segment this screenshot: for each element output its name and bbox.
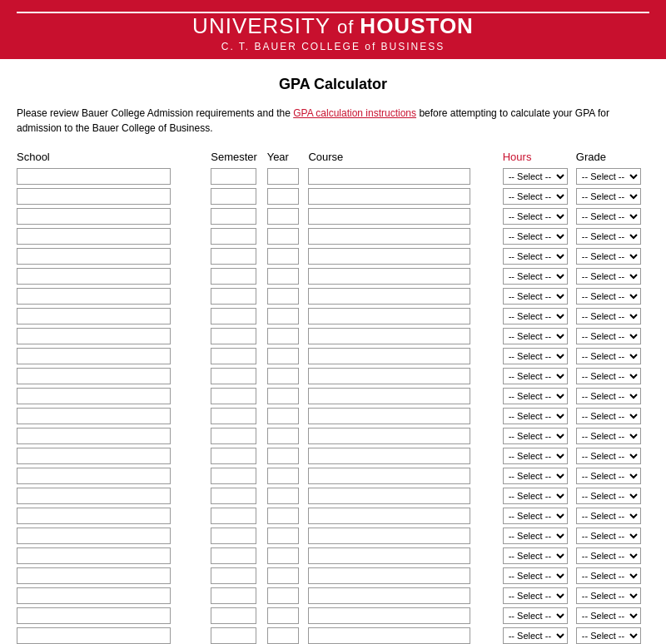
grade-select[interactable]: -- Select --AA-B+BB-C+CC-D+DD-FWI — [576, 288, 641, 305]
course-input[interactable] — [308, 607, 470, 624]
school-input[interactable] — [17, 288, 171, 305]
school-input[interactable] — [17, 368, 171, 384]
school-input[interactable] — [17, 208, 171, 225]
course-input[interactable] — [308, 468, 470, 484]
year-input[interactable] — [267, 228, 299, 245]
grade-select[interactable]: -- Select --AA-B+BB-C+CC-D+DD-FWI — [576, 208, 641, 225]
hours-select[interactable]: -- Select --123456 — [503, 448, 568, 464]
hours-select[interactable]: -- Select --123456 — [503, 308, 568, 324]
school-input[interactable] — [17, 468, 171, 484]
year-input[interactable] — [267, 528, 299, 544]
school-input[interactable] — [17, 428, 171, 444]
year-input[interactable] — [267, 428, 299, 444]
semester-input[interactable] — [211, 228, 256, 245]
hours-select[interactable]: -- Select --123456 — [503, 408, 568, 424]
course-input[interactable] — [308, 448, 470, 464]
school-input[interactable] — [17, 448, 171, 464]
semester-input[interactable] — [211, 508, 256, 524]
school-input[interactable] — [17, 607, 171, 624]
grade-select[interactable]: -- Select --AA-B+BB-C+CC-D+DD-FWI — [576, 188, 641, 205]
year-input[interactable] — [267, 168, 299, 185]
hours-select[interactable]: -- Select --123456 — [503, 428, 568, 444]
semester-input[interactable] — [211, 567, 256, 584]
course-input[interactable] — [308, 528, 470, 544]
grade-select[interactable]: -- Select --AA-B+BB-C+CC-D+DD-FWI — [576, 408, 641, 424]
year-input[interactable] — [267, 567, 299, 584]
semester-input[interactable] — [211, 188, 256, 205]
course-input[interactable] — [308, 408, 470, 424]
hours-select[interactable]: -- Select --123456 — [503, 528, 568, 544]
year-input[interactable] — [267, 248, 299, 265]
course-input[interactable] — [308, 348, 470, 364]
semester-input[interactable] — [211, 248, 256, 265]
semester-input[interactable] — [211, 448, 256, 464]
hours-select[interactable]: -- Select --123456 — [503, 607, 568, 624]
hours-select[interactable]: -- Select --123456 — [503, 587, 568, 604]
hours-select[interactable]: -- Select --123456 — [503, 547, 568, 564]
year-input[interactable] — [267, 288, 299, 305]
hours-select[interactable]: -- Select --123456 — [503, 468, 568, 484]
hours-select[interactable]: -- Select --123456 — [503, 168, 568, 185]
semester-input[interactable] — [211, 208, 256, 225]
school-input[interactable] — [17, 168, 171, 185]
grade-select[interactable]: -- Select --AA-B+BB-C+CC-D+DD-FWI — [576, 587, 641, 604]
year-input[interactable] — [267, 348, 299, 364]
semester-input[interactable] — [211, 328, 256, 344]
course-input[interactable] — [308, 488, 470, 504]
semester-input[interactable] — [211, 268, 256, 285]
school-input[interactable] — [17, 528, 171, 544]
hours-select[interactable]: -- Select --123456 — [503, 288, 568, 305]
grade-select[interactable]: -- Select --AA-B+BB-C+CC-D+DD-FWI — [576, 468, 641, 484]
grade-select[interactable]: -- Select --AA-B+BB-C+CC-D+DD-FWI — [576, 348, 641, 364]
semester-input[interactable] — [211, 607, 256, 624]
grade-select[interactable]: -- Select --AA-B+BB-C+CC-D+DD-FWI — [576, 528, 641, 544]
semester-input[interactable] — [211, 428, 256, 444]
grade-select[interactable]: -- Select --AA-B+BB-C+CC-D+DD-FWI — [576, 228, 641, 245]
course-input[interactable] — [308, 288, 470, 305]
year-input[interactable] — [267, 607, 299, 624]
school-input[interactable] — [17, 228, 171, 245]
grade-select[interactable]: -- Select --AA-B+BB-C+CC-D+DD-FWI — [576, 268, 641, 285]
grade-select[interactable]: -- Select --AA-B+BB-C+CC-D+DD-FWI — [576, 368, 641, 384]
semester-input[interactable] — [211, 547, 256, 564]
school-input[interactable] — [17, 248, 171, 265]
course-input[interactable] — [308, 308, 470, 324]
course-input[interactable] — [308, 248, 470, 265]
hours-select[interactable]: -- Select --123456 — [503, 228, 568, 245]
school-input[interactable] — [17, 308, 171, 324]
school-input[interactable] — [17, 348, 171, 364]
hours-select[interactable]: -- Select --123456 — [503, 248, 568, 265]
semester-input[interactable] — [211, 587, 256, 604]
year-input[interactable] — [267, 368, 299, 384]
course-input[interactable] — [308, 547, 470, 564]
year-input[interactable] — [267, 468, 299, 484]
grade-select[interactable]: -- Select --AA-B+BB-C+CC-D+DD-FWI — [576, 308, 641, 324]
semester-input[interactable] — [211, 308, 256, 324]
grade-select[interactable]: -- Select --AA-B+BB-C+CC-D+DD-FWI — [576, 488, 641, 504]
course-input[interactable] — [308, 388, 470, 404]
year-input[interactable] — [267, 488, 299, 504]
hours-select[interactable]: -- Select --123456 — [503, 508, 568, 524]
hours-select[interactable]: -- Select --123456 — [503, 627, 568, 644]
school-input[interactable] — [17, 328, 171, 344]
hours-select[interactable]: -- Select --123456 — [503, 567, 568, 584]
school-input[interactable] — [17, 388, 171, 404]
year-input[interactable] — [267, 547, 299, 564]
school-input[interactable] — [17, 567, 171, 584]
semester-input[interactable] — [211, 348, 256, 364]
year-input[interactable] — [267, 188, 299, 205]
year-input[interactable] — [267, 508, 299, 524]
school-input[interactable] — [17, 408, 171, 424]
semester-input[interactable] — [211, 168, 256, 185]
school-input[interactable] — [17, 547, 171, 564]
year-input[interactable] — [267, 388, 299, 404]
year-input[interactable] — [267, 308, 299, 324]
grade-select[interactable]: -- Select --AA-B+BB-C+CC-D+DD-FWI — [576, 627, 641, 644]
semester-input[interactable] — [211, 288, 256, 305]
grade-select[interactable]: -- Select --AA-B+BB-C+CC-D+DD-FWI — [576, 448, 641, 464]
course-input[interactable] — [308, 567, 470, 584]
year-input[interactable] — [267, 448, 299, 464]
semester-input[interactable] — [211, 627, 256, 644]
hours-select[interactable]: -- Select --123456 — [503, 368, 568, 384]
semester-input[interactable] — [211, 488, 256, 504]
